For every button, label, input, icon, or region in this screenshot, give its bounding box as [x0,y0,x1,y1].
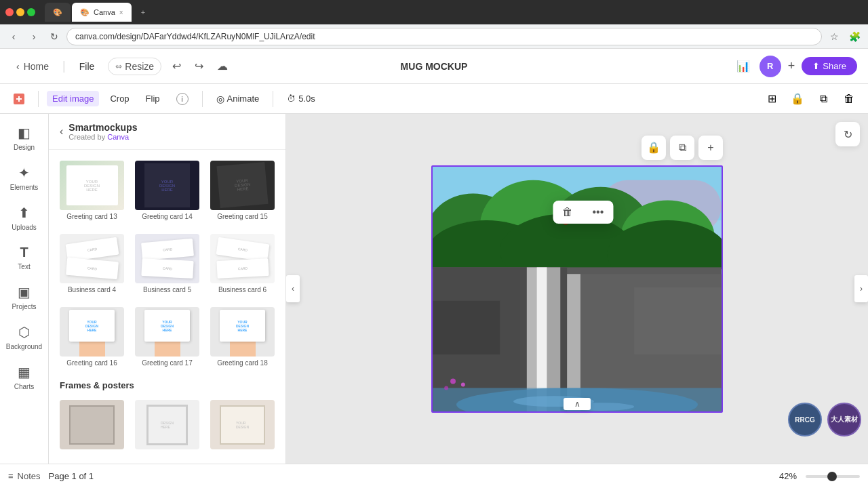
forward-btn[interactable]: › [26,28,42,45]
grid-view-btn[interactable]: ⊞ [761,88,783,110]
browser-tab-active[interactable]: 🎨 Canva × [72,3,132,22]
template-item-gc14[interactable]: YOURDESIGNHERE Greeting card 14 [132,158,202,223]
back-btn[interactable]: ‹ [5,28,22,45]
template-item-frame2[interactable]: DESIGNHERE [132,397,202,452]
edit-image-btn[interactable]: Edit image [47,91,99,106]
bookmark-btn[interactable]: ☆ [826,28,842,45]
template-item-frame3[interactable]: YOURDESIGN [208,397,277,452]
refresh-btn[interactable]: ↻ [46,28,62,45]
template-item-gc15[interactable]: YOURDESIGNHERE Greeting card 15 [208,158,277,223]
context-menu: 🗑 ••• [553,201,613,224]
page-indicator: Page 1 of 1 [49,471,94,481]
file-btn[interactable]: File [74,58,100,75]
home-label: Home [24,61,49,72]
user-avatar[interactable]: R [760,56,781,77]
add-canvas-btn[interactable]: + [698,136,723,160]
canvas-frame[interactable]: 🗑 ••• [431,165,723,413]
resize-btn[interactable]: ⇔ Resize [108,58,161,75]
delete-item-btn[interactable]: 🗑 [553,201,583,224]
sidebar-item-background[interactable]: ⬡ Background [3,319,46,356]
tab-label: Canva [94,8,115,16]
share-btn[interactable]: ⬆ Share [802,57,857,75]
svg-point-29 [444,386,448,390]
redo-btn[interactable]: ↪ [192,57,206,75]
add-btn[interactable]: + [788,59,795,73]
zoom-slider[interactable] [806,475,860,478]
sidebar-item-uploads[interactable]: ⬆ Uploads [3,199,46,237]
template-thumb-gc14: YOURDESIGNHERE [135,161,199,210]
elements-icon: ✦ [18,165,30,181]
projects-icon: ▣ [18,284,31,300]
panel-header: ‹ Smartmockups Created by Canva [49,114,285,150]
app-title: MUG MOCKUP [401,61,468,72]
time-btn[interactable]: ⏱ 5.0s [281,91,321,106]
canvas-scroll-right[interactable]: › [854,275,868,302]
template-item-gc17[interactable]: YOURDESIGNHERE Greeting card 17 [132,304,202,369]
info-icon: i [176,93,189,105]
template-thumb-bc6: CARD CARD [210,234,275,283]
undo-btn[interactable]: ↩ [170,57,184,75]
new-tab-btn[interactable]: + [133,3,153,22]
canvas-scroll-left[interactable]: ‹ [286,275,300,302]
template-grid-row1: YOURDESIGNHERE Greeting card 13 YOURDESI… [54,155,280,226]
toolbar-row: Edit image Crop Flip i ◎ Animate ⏱ 5.0s … [0,84,868,114]
template-label-bc4: Business card 4 [68,286,116,293]
sidebar-item-charts[interactable]: ▦ Charts [3,359,46,396]
template-thumb-gc16: YOURDESIGNHERE [60,307,124,357]
home-btn[interactable]: ‹ Home [11,58,54,75]
sidebar-item-elements[interactable]: ✦ Elements [3,159,46,197]
sidebar-item-projects[interactable]: ▣ Projects [3,279,46,316]
svg-rect-16 [433,300,500,354]
more-options-btn[interactable]: ••• [583,201,613,224]
cloud-save-btn[interactable]: ☁ [214,57,231,75]
canvas-scroll-down[interactable]: ∧ [564,398,591,410]
tab-close-btn[interactable]: × [119,9,123,16]
crop-label: Crop [110,94,129,104]
template-item-gc16[interactable]: YOURDESIGNHERE Greeting card 16 [57,304,127,369]
flip-btn[interactable]: Flip [140,91,165,106]
minimize-dot[interactable] [16,8,24,16]
sidebar-item-design[interactable]: ◧ Design [3,119,46,157]
copy-btn[interactable]: ⧉ [812,88,834,110]
analytics-btn[interactable]: 📊 [734,57,753,75]
zoom-thumb[interactable] [827,472,837,481]
template-item-frame1[interactable] [57,397,127,452]
template-panel: ‹ Smartmockups Created by Canva YOURDESI… [49,114,286,464]
extensions-btn[interactable]: 🧩 [846,28,863,45]
browser-tab-inactive[interactable]: 🎨 [45,3,71,22]
tool-color-icon[interactable] [8,88,30,110]
info-btn[interactable]: i [171,90,194,108]
panel-scroll[interactable]: YOURDESIGNHERE Greeting card 13 YOURDESI… [49,150,285,464]
canvas-area[interactable]: ‹ 🔒 ⧉ + [286,114,868,464]
bottom-bar: ≡ Notes Page 1 of 1 42% [0,464,868,488]
refresh-canvas-btn[interactable]: ↻ [835,122,860,146]
lock-btn[interactable]: 🔒 [787,88,808,110]
delete-toolbar-btn[interactable]: 🗑 [838,88,860,110]
notes-btn[interactable]: ≡ Notes [8,471,41,481]
template-thumb-gc18: YOURDESIGNHERE [210,307,275,357]
close-dot[interactable] [5,8,14,16]
clock-icon: ⏱ [287,94,296,104]
lock-canvas-btn[interactable]: 🔒 [642,136,666,160]
svg-point-28 [461,382,465,386]
design-icon: ◧ [18,125,31,141]
crop-btn[interactable]: Crop [104,91,134,106]
template-grid-row3: YOURDESIGNHERE Greeting card 16 YOURDESI… [54,302,280,372]
template-item-bc4[interactable]: CARD CARD Business card 4 [57,231,127,296]
template-item-gc18[interactable]: YOURDESIGNHERE Greeting card 18 [208,304,277,369]
maximize-dot[interactable] [27,8,35,16]
template-item-bc6[interactable]: CARD CARD Business card 6 [208,231,277,296]
template-item-gc13[interactable]: YOURDESIGNHERE Greeting card 13 [57,158,127,223]
browser-chrome: 🎨 🎨 Canva × + [0,0,868,24]
template-thumb-frame2: DESIGNHERE [135,400,199,449]
panel-back-btn[interactable]: ‹ [60,125,63,138]
sidebar-item-text[interactable]: T Text [3,239,46,276]
animate-btn[interactable]: ◎ Animate [211,91,265,107]
main-layout: ◧ Design ✦ Elements ⬆ Uploads T Text ▣ P… [0,114,868,464]
duplicate-canvas-btn[interactable]: ⧉ [670,136,694,160]
address-input[interactable] [66,28,822,45]
template-item-bc5[interactable]: CARD CARD Business card 5 [132,231,202,296]
canva-link[interactable]: Canva [107,133,129,141]
resize-label: Resize [125,61,154,72]
panel-title: Smartmockups [68,122,137,133]
